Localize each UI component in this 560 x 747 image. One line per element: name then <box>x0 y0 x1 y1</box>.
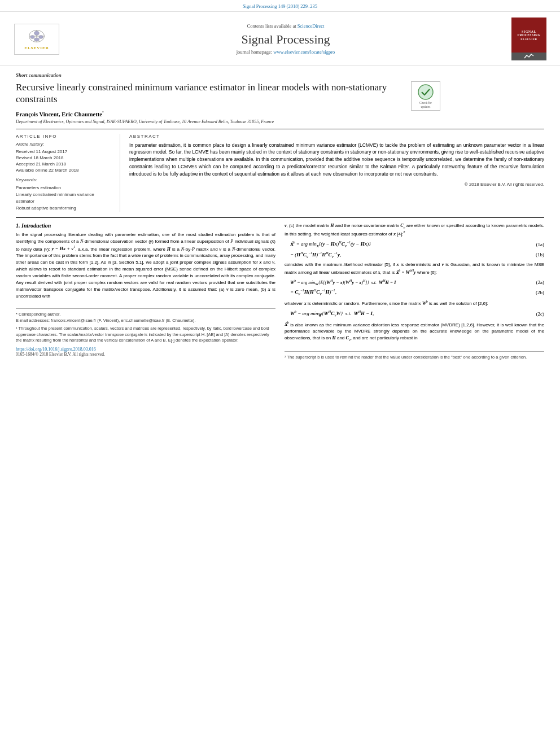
footnote-2-text: ² The superscript b is used to remind th… <box>285 355 544 361</box>
badge-box: SIGNAL PROCESSING ELSEVIER <box>511 18 546 53</box>
right-para-3-text: whatever x is deterministic or random. F… <box>285 299 544 307</box>
footnote-star-text: * Corresponding author. <box>16 312 275 318</box>
journal-header: ELSEVIER Contents lists available at Sci… <box>0 12 560 65</box>
affiliation-line: Department of Electronics, Optronics and… <box>16 119 544 124</box>
issn-text: 0165-1684/© 2018 Elsevier B.V. All right… <box>16 352 275 357</box>
author-names: François Vincent, Eric Chaumette <box>16 111 102 117</box>
revised-row: Revised 18 March 2018 <box>16 155 114 160</box>
right-para-2: coincides with the maximum-likelihood es… <box>285 261 544 276</box>
received-value: Received 11 August 2017 <box>16 149 114 154</box>
abstract-text: In parameter estimation, it is common pl… <box>129 142 544 178</box>
elsevier-logo-box: ELSEVIER <box>14 24 59 55</box>
abstract-column: ABSTRACT In parameter estimation, it is … <box>129 134 544 212</box>
svg-point-7 <box>418 85 433 99</box>
citation-text: Signal Processing 149 (2018) 229–235 <box>243 3 317 9</box>
eq-2a-number: (2a) <box>536 279 545 285</box>
elsevier-tree-icon <box>25 28 48 45</box>
right-body-text: v, (c) the model matrix H and the noise … <box>285 222 544 238</box>
revised-value: Revised 18 March 2018 <box>16 155 114 160</box>
article-title: Recursive linearly constrained minimum v… <box>16 81 400 106</box>
article-type-label: Short communication <box>16 72 544 78</box>
keyword-2: Linearly constrained minimum varianceest… <box>16 191 114 205</box>
accepted-value: Accepted 21 March 2018 <box>16 161 114 167</box>
right-para-1: v, (c) the model matrix H and the noise … <box>285 222 544 238</box>
authors-line: François Vincent, Eric Chaumette* <box>16 111 544 117</box>
badge-bottom <box>511 53 546 60</box>
title-area: Recursive linearly constrained minimum v… <box>16 81 544 111</box>
svg-point-3 <box>34 31 40 36</box>
abstract-heading: ABSTRACT <box>129 134 544 139</box>
accepted-row: Accepted 21 March 2018 <box>16 161 114 167</box>
body-left-column: 1. Introduction In the signal processing… <box>16 222 275 361</box>
article-meta-section: ARTICLE INFO Article history: Received 1… <box>16 129 544 212</box>
badge-sub: ELSEVIER <box>520 38 537 41</box>
svg-point-4 <box>30 36 35 39</box>
svg-point-5 <box>39 36 43 39</box>
equation-2a: Wb = arg minW{E[(WHy − x)(WHy − x)H]} s.… <box>290 279 544 286</box>
svg-point-6 <box>34 38 40 41</box>
received-row: Received 11 August 2017 <box>16 149 114 154</box>
footnote-email-text: E-mail addresses: francois.vincent@isae.… <box>16 318 275 324</box>
badge-processing: PROCESSING <box>518 33 541 37</box>
citation-bar: Signal Processing 149 (2018) 229–235 <box>0 0 560 12</box>
article-content: Short communication Recursive linearly c… <box>0 65 560 366</box>
keywords-label: Keywords: <box>16 177 114 182</box>
keyword-1: Parameters estimation <box>16 185 114 191</box>
check-for-updates-badge: Check forupdates <box>411 81 440 111</box>
right-para-3: whatever x is deterministic or random. F… <box>285 299 544 307</box>
intro-para-1: In the signal processing literature deal… <box>16 231 275 300</box>
elsevier-logo-container: ELSEVIER <box>11 18 62 60</box>
equation-1a: x̂b = arg minx{(y − Hx)HCv−1(y − Hx)} (1… <box>290 241 544 248</box>
footnote-area-left: * Corresponding author. E-mail addresses… <box>16 308 275 357</box>
equation-2b: = Cv−1H(HHCv−1H)−1, (2b) <box>290 289 544 296</box>
eq-1a-number: (1a) <box>536 242 545 247</box>
checkmark-icon <box>417 84 434 101</box>
badge-icon <box>523 54 535 59</box>
contents-line: Contents lists available at ScienceDirec… <box>247 23 325 29</box>
right-para-4: x̂b is also known as the minimum varianc… <box>285 321 544 343</box>
intro-title: 1. Introduction <box>16 222 275 229</box>
available-row: Available online 22 March 2018 <box>16 168 114 173</box>
homepage-link[interactable]: www.elsevier.com/locate/sigpro <box>273 49 335 55</box>
copyright-line: © 2018 Elsevier B.V. All rights reserved… <box>129 182 544 187</box>
eq-2c-number: (2c) <box>536 311 545 317</box>
journal-title: Signal Processing <box>241 32 330 47</box>
equation-1b: = (HHCv−1H)−1HHCv−1y, (1b) <box>290 251 544 259</box>
right-para-4-text: x̂b is also known as the minimum varianc… <box>285 321 544 343</box>
sciencedirect-link[interactable]: ScienceDirect <box>298 23 325 29</box>
keyword-3: Robust adaptive beamforming <box>16 205 114 212</box>
article-info-column: ARTICLE INFO Article history: Received 1… <box>16 134 120 212</box>
body-right-column: v, (c) the model matrix H and the noise … <box>285 222 544 361</box>
eq-2b-number: (2b) <box>536 290 544 295</box>
footnote-1-text: ¹ Throughout the present communication, … <box>16 326 275 344</box>
doi-link[interactable]: https://doi.org/10.1016/j.sigpro.2018.03… <box>16 347 275 352</box>
available-value: Available online 22 March 2018 <box>16 168 114 173</box>
keywords-section: Keywords: Parameters estimation Linearly… <box>16 177 114 212</box>
body-section: 1. Introduction In the signal processing… <box>16 217 544 361</box>
homepage-line: journal homepage: www.elsevier.com/locat… <box>237 49 335 55</box>
article-info-heading: ARTICLE INFO <box>16 134 114 139</box>
footnote-area-right: ² The superscript b is used to remind th… <box>285 351 544 361</box>
intro-body-text: In the signal processing literature deal… <box>16 231 275 300</box>
page: Signal Processing 149 (2018) 229–235 ELS… <box>0 0 560 747</box>
eq-1b-number: (1b) <box>536 252 544 257</box>
equation-2c: Wb = arg minW{WHCvW} s.t. WHH = I, (2c) <box>290 310 544 318</box>
check-label: Check forupdates <box>419 101 432 108</box>
check-badge-container: Check forupdates <box>405 81 440 111</box>
right-para-2-text: coincides with the maximum-likelihood es… <box>285 261 544 276</box>
history-label: Article history: <box>16 142 114 147</box>
elsevier-wordmark: ELSEVIER <box>24 46 49 50</box>
header-center: Contents lists available at ScienceDirec… <box>68 18 504 60</box>
journal-badge: SIGNAL PROCESSING ELSEVIER <box>509 18 549 60</box>
